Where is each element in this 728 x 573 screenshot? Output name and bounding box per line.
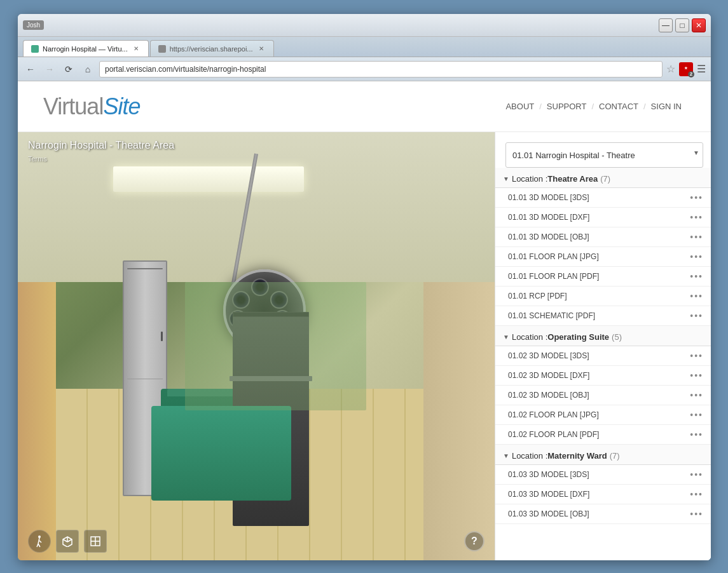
tab-1-favicon [31,45,39,53]
file-01.02-obj[interactable]: 01.02 3D MODEL [OBJ] ••• [495,386,711,405]
nav-support[interactable]: SUPPORT [543,102,591,111]
address-input[interactable] [99,61,663,78]
tab-bar: Narrogin Hospital — Virtu... ✕ https://v… [18,37,711,57]
file-01.01-obj-label: 01.01 3D MODEL [OBJ] [508,233,589,241]
file-01.02-floorpdf-menu[interactable]: ••• [690,429,703,440]
file-01.02-3ds-menu[interactable]: ••• [690,351,703,361]
file-01.01-dxf-label: 01.01 3D MODEL [DXF] [508,213,589,222]
title-bar: Josh — □ ✕ [18,14,711,37]
file-01.03-3ds-label: 01.03 3D MODEL [3DS] [508,470,589,479]
logo-text-virtual: Virtual [43,93,103,119]
file-01.01-floorjpg[interactable]: 01.01 FLOOR PLAN [JPG] ••• [495,247,711,267]
nav-signin[interactable]: SIGN IN [647,102,685,111]
file-01.01-dxf-menu[interactable]: ••• [690,212,703,222]
file-01.01-3ds[interactable]: 01.01 3D MODEL [3DS] ••• [495,188,711,208]
viewer-area[interactable]: Narrogin Hospital - Theatre Area Terms [18,132,495,560]
user-badge: Josh [23,20,44,30]
file-01.02-floorjpg[interactable]: 01.02 FLOOR PLAN [JPG] ••• [495,405,711,425]
home-button[interactable]: ⌂ [80,62,95,77]
file-01.01-floorjpg-label: 01.01 FLOOR PLAN [JPG] [508,252,599,261]
tab-1[interactable]: Narrogin Hospital — Virtu... ✕ [23,40,149,57]
file-01.01-rcp[interactable]: 01.01 RCP [PDF] ••• [495,286,711,306]
file-01.01-obj[interactable]: 01.01 3D MODEL [OBJ] ••• [495,227,711,247]
extension-badge[interactable]: * 2 [679,62,693,76]
sidebar[interactable]: 01.01 Narrogin Hospital - Theatre 01.02 … [495,132,711,560]
logo-text-site: Site [103,93,140,119]
main-content: Narrogin Hospital - Theatre Area Terms [18,132,711,560]
file-01.02-floorjpg-menu[interactable]: ••• [690,410,703,420]
file-01.02-dxf-label: 01.02 3D MODEL [DXF] [508,371,589,380]
file-01.02-dxf[interactable]: 01.02 3D MODEL [DXF] ••• [495,366,711,386]
section-theatre-label-bold: Theatre Area [547,174,598,184]
svg-line-7 [63,539,67,542]
walk-button[interactable] [28,530,51,553]
extension-icon: * [685,65,687,73]
file-01.01-rcp-menu[interactable]: ••• [690,291,703,301]
section-maternity: ▼ Location : Maternity Ward (7) 01.03 3D… [495,445,711,524]
ceiling-light [113,166,304,192]
nav-contact[interactable]: CONTACT [595,102,642,111]
file-01.02-floorjpg-label: 01.02 FLOOR PLAN [JPG] [508,410,599,419]
file-01.03-dxf-menu[interactable]: ••• [690,489,703,499]
tab-2-close[interactable]: ✕ [257,44,266,53]
collapse-arrow-maternity: ▼ [503,452,509,459]
svg-point-0 [38,536,41,538]
section-operating-count: (5) [612,332,622,342]
browser-menu-icon[interactable]: ☰ [697,63,706,75]
minimize-button[interactable]: — [659,18,673,32]
file-01.03-obj[interactable]: 01.03 3D MODEL [OBJ] ••• [495,504,711,524]
viewer-controls: ? [18,530,495,553]
forward-button[interactable]: → [42,62,57,77]
refresh-button[interactable]: ⟳ [61,62,76,77]
wall-bg [185,282,366,410]
svg-line-2 [39,541,41,543]
file-01.01-obj-menu[interactable]: ••• [690,232,703,242]
theatre-scene [18,132,495,560]
file-01.03-3ds-menu[interactable]: ••• [690,469,703,480]
file-01.03-obj-label: 01.03 3D MODEL [OBJ] [508,509,589,518]
file-01.01-dxf[interactable]: 01.01 3D MODEL [DXF] ••• [495,208,711,227]
nav-about[interactable]: ABOUT [502,102,538,111]
site-logo: VirtualSite [43,93,140,120]
location-select[interactable]: 01.01 Narrogin Hospital - Theatre 01.02 … [505,142,703,168]
file-01.02-floorpdf-label: 01.02 FLOOR PLAN [PDF] [508,430,599,439]
maximize-button[interactable]: □ [675,18,689,32]
section-maternity-count: (7) [610,451,620,461]
file-01.01-floorjpg-menu[interactable]: ••• [690,252,703,262]
file-01.03-obj-menu[interactable]: ••• [690,509,703,519]
collapse-arrow-theatre: ▼ [503,175,509,182]
file-01.01-schematic-menu[interactable]: ••• [690,311,703,321]
floorplan-button[interactable] [84,530,107,553]
browser-window: Josh — □ ✕ Narrogin Hospital — Virtu... … [18,14,711,560]
cube-button[interactable] [56,530,79,553]
file-01.03-3ds[interactable]: 01.03 3D MODEL [3DS] ••• [495,465,711,485]
file-01.01-schematic[interactable]: 01.01 SCHEMATIC [PDF] ••• [495,306,711,326]
nav-sep-2: / [590,102,595,111]
section-operating-label-prefix: Location : [512,332,547,342]
window-controls: — □ ✕ [659,18,706,32]
section-maternity-label-prefix: Location : [512,451,547,461]
file-01.01-schematic-label: 01.01 SCHEMATIC [PDF] [508,311,595,320]
section-maternity-header[interactable]: ▼ Location : Maternity Ward (7) [495,445,711,465]
section-operating: ▼ Location : Operating Suite (5) 01.02 3… [495,326,711,445]
tab-1-close[interactable]: ✕ [132,44,141,53]
file-01.02-obj-label: 01.02 3D MODEL [OBJ] [508,391,589,400]
tab-2-title: https://veriscian.sharepoi... [170,45,253,53]
file-01.02-obj-menu[interactable]: ••• [690,390,703,400]
svg-line-4 [38,544,40,547]
section-theatre-header[interactable]: ▼ Location : Theatre Area (7) [495,168,711,188]
back-button[interactable]: ← [23,62,38,77]
file-01.03-dxf[interactable]: 01.03 3D MODEL [DXF] ••• [495,485,711,504]
section-operating-header[interactable]: ▼ Location : Operating Suite (5) [495,326,711,346]
bookmark-icon[interactable]: ☆ [666,63,675,75]
file-01.02-dxf-menu[interactable]: ••• [690,370,703,381]
section-operating-label-bold: Operating Suite [547,332,609,342]
tab-2[interactable]: https://veriscian.sharepoi... ✕ [150,40,274,57]
file-01.02-floorpdf[interactable]: 01.02 FLOOR PLAN [PDF] ••• [495,425,711,445]
file-01.02-3ds[interactable]: 01.02 3D MODEL [3DS] ••• [495,346,711,366]
close-button[interactable]: ✕ [692,18,706,32]
file-01.01-floorpdf-menu[interactable]: ••• [690,271,703,281]
file-01.01-3ds-menu[interactable]: ••• [690,192,703,203]
help-button[interactable]: ? [464,531,484,551]
file-01.01-floorpdf[interactable]: 01.01 FLOOR PLAN [PDF] ••• [495,267,711,286]
